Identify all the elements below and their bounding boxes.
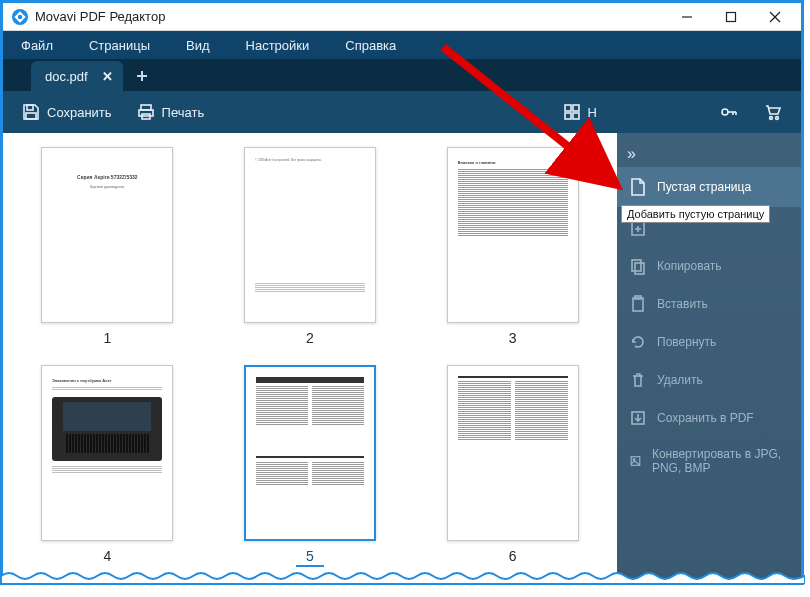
tab-strip: doc.pdf ✕ (3, 59, 801, 91)
side-item-label: Сохранить в PDF (657, 411, 754, 425)
thumb-number: 6 (499, 547, 527, 565)
svg-point-33 (633, 459, 635, 461)
svg-rect-15 (573, 105, 579, 111)
toolbar: Сохранить Печать Н (3, 91, 801, 133)
page-thumb-6[interactable] (447, 365, 579, 541)
thumb-number: 4 (93, 547, 121, 565)
svg-rect-4 (727, 12, 736, 21)
svg-rect-9 (27, 105, 33, 110)
thumb-cell[interactable]: 5 (232, 365, 389, 567)
key-button[interactable] (711, 98, 747, 126)
thumbnail-grid: Серия Aspire 5732Z/5332 Краткое руководс… (29, 147, 591, 567)
minimize-button[interactable] (665, 3, 709, 31)
torn-edge-decoration (1, 570, 805, 584)
svg-rect-27 (635, 263, 644, 274)
cart-button[interactable] (755, 98, 791, 126)
thumb-number: 5 (296, 547, 324, 567)
grid-view-icon (562, 102, 582, 122)
thumb-number: 1 (93, 329, 121, 347)
svg-point-22 (770, 117, 773, 120)
collapse-panel-button[interactable]: » (617, 141, 646, 167)
view-label: Н (588, 105, 597, 120)
title-bar: Movavi PDF Редактор (3, 3, 801, 31)
side-item-copy[interactable]: Копировать (617, 247, 801, 285)
thumb-cell[interactable]: Вначале о главном 3 (434, 147, 591, 347)
side-item-label: Копировать (657, 259, 722, 273)
trash-icon (629, 371, 647, 389)
tab-current[interactable]: doc.pdf ✕ (31, 61, 123, 91)
thumb-cell[interactable]: Знакомство с ноутбуком Acer 4 (29, 365, 186, 567)
rotate-icon (629, 333, 647, 351)
side-item-save-pdf[interactable]: Сохранить в PDF (617, 399, 801, 437)
paste-icon (629, 295, 647, 313)
thumb-cell[interactable]: © 2009 Acer Incorporated. Все права защи… (232, 147, 389, 347)
thumb-cell[interactable]: Серия Aspire 5732Z/5332 Краткое руководс… (29, 147, 186, 347)
thumb-heading: Вначале о главном (458, 160, 568, 166)
copy-icon (629, 257, 647, 275)
print-button[interactable]: Печать (128, 98, 213, 126)
tooltip: Добавить пустую страницу (621, 205, 770, 223)
side-item-convert-image[interactable]: Конвертировать в JPG, PNG, BMP (617, 437, 801, 486)
thumbnail-area[interactable]: Серия Aspire 5732Z/5332 Краткое руководс… (3, 133, 617, 582)
side-item-blank-page[interactable]: Пустая страница (617, 167, 801, 207)
tab-close-icon[interactable]: ✕ (102, 69, 113, 84)
save-button[interactable]: Сохранить (13, 98, 120, 126)
thumb-cell[interactable]: 6 (434, 365, 591, 567)
save-icon (21, 102, 41, 122)
menu-bar: Файл Страницы Вид Настройки Справка (3, 31, 801, 59)
thumb-title: Серия Aspire 5732Z/5332 (52, 174, 162, 181)
menu-pages[interactable]: Страницы (71, 31, 168, 59)
menu-view[interactable]: Вид (168, 31, 228, 59)
svg-rect-10 (26, 113, 36, 119)
svg-rect-14 (565, 105, 571, 111)
svg-rect-16 (565, 113, 571, 119)
side-item-rotate[interactable]: Повернуть (617, 323, 801, 361)
close-button[interactable] (753, 3, 797, 31)
page-thumb-1[interactable]: Серия Aspire 5732Z/5332 Краткое руководс… (41, 147, 173, 323)
app-title: Movavi PDF Редактор (35, 9, 165, 24)
side-item-paste[interactable]: Вставить (617, 285, 801, 323)
save-label: Сохранить (47, 105, 112, 120)
menu-file[interactable]: Файл (3, 31, 71, 59)
thumb-number: 2 (296, 329, 324, 347)
svg-point-23 (776, 117, 779, 120)
key-icon (719, 102, 739, 122)
cart-icon (763, 102, 783, 122)
svg-point-2 (18, 14, 22, 18)
thumb-subtitle: Краткое руководство (52, 185, 162, 190)
maximize-button[interactable] (709, 3, 753, 31)
svg-rect-17 (573, 113, 579, 119)
page-thumb-2[interactable]: © 2009 Acer Incorporated. Все права защи… (244, 147, 376, 323)
side-item-label: Конвертировать в JPG, PNG, BMP (652, 447, 789, 476)
laptop-image (52, 397, 162, 461)
side-panel: » Пустая страница Добавить пустую страни… (617, 133, 801, 582)
svg-rect-12 (139, 110, 153, 116)
view-toggle-button[interactable]: Н (554, 98, 605, 126)
svg-rect-26 (632, 260, 641, 271)
workspace: Серия Aspire 5732Z/5332 Краткое руководс… (3, 133, 801, 582)
chevron-right-icon: » (627, 145, 636, 162)
thumb-heading: Знакомство с ноутбуком Acer (52, 378, 162, 384)
page-thumb-4[interactable]: Знакомство с ноутбуком Acer (41, 365, 173, 541)
side-item-label: Повернуть (657, 335, 716, 349)
page-thumb-5[interactable] (244, 365, 376, 541)
printer-icon (136, 102, 156, 122)
print-label: Печать (162, 105, 205, 120)
menu-settings[interactable]: Настройки (228, 31, 328, 59)
side-item-label: Удалить (657, 373, 703, 387)
side-item-label: Вставить (657, 297, 708, 311)
file-blank-icon (629, 177, 647, 197)
save-pdf-icon (629, 409, 647, 427)
thumb-number: 3 (499, 329, 527, 347)
app-window: Movavi PDF Редактор Файл Страницы Вид На… (0, 0, 804, 585)
svg-rect-28 (633, 298, 643, 311)
side-item-delete[interactable]: Удалить (617, 361, 801, 399)
tab-label: doc.pdf (45, 69, 88, 84)
menu-help[interactable]: Справка (327, 31, 414, 59)
svg-point-18 (722, 109, 728, 115)
page-thumb-3[interactable]: Вначале о главном (447, 147, 579, 323)
image-export-icon (629, 452, 642, 470)
side-item-label: Пустая страница (657, 180, 751, 194)
app-icon (11, 8, 29, 26)
tab-add-button[interactable] (127, 61, 157, 91)
